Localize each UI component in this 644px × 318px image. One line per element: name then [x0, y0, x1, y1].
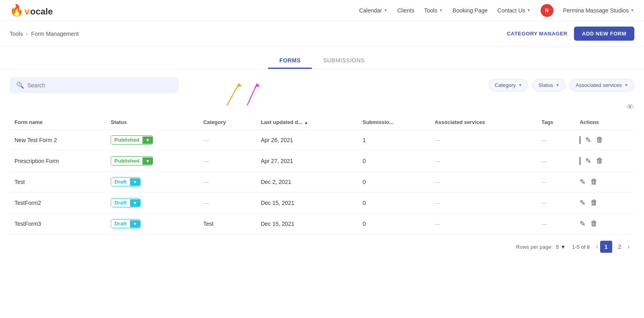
- visibility-row: 👁︎: [10, 99, 634, 115]
- page-1-button[interactable]: 1: [600, 241, 612, 253]
- table-row: TestForm3 Draft ▼ Test Dec 15, 2021 0 — …: [10, 213, 634, 234]
- edit-icon[interactable]: ✎: [580, 219, 586, 228]
- nav-user-name: Permina Massage Studios: [563, 7, 629, 14]
- forms-table: Form name Status Category Last updated d…: [10, 115, 634, 234]
- annotation-arrows: [203, 77, 283, 109]
- edit-icon[interactable]: ✎: [580, 178, 586, 186]
- filter-category[interactable]: Category ▼: [489, 79, 528, 91]
- user-avatar: N: [541, 4, 553, 17]
- edit-icon[interactable]: ✎: [585, 136, 591, 145]
- page-2-button[interactable]: 2: [614, 241, 626, 253]
- nav-booking[interactable]: Booking Page: [452, 7, 487, 14]
- cell-category: —: [198, 192, 256, 213]
- nav-contact-label: Contact Us: [497, 7, 525, 14]
- nav-clients-label: Clients: [397, 7, 415, 14]
- cell-status: Published ▼: [106, 151, 198, 171]
- sort-icon: ▲: [304, 120, 308, 125]
- filter-services-arrow: ▼: [624, 83, 628, 87]
- rows-per-page-select[interactable]: 5 ▼: [556, 244, 566, 250]
- rows-per-page-arrow: ▼: [560, 244, 566, 250]
- search-box: 🔍: [10, 77, 179, 93]
- cell-last-updated: Dec 15, 2021: [256, 213, 358, 234]
- cell-actions: ✎ 🗑: [575, 171, 634, 192]
- page-range: 1-5 of 8: [572, 244, 590, 250]
- nav-tools[interactable]: Tools ▼: [424, 7, 443, 14]
- nav-calendar[interactable]: Calendar ▼: [359, 7, 388, 14]
- status-published-dropdown[interactable]: ▼: [142, 136, 153, 144]
- action-divider: [580, 157, 580, 165]
- cell-associated-services: —: [430, 151, 537, 171]
- prev-page-button[interactable]: ‹: [596, 243, 598, 250]
- cell-actions: ✎ 🗑: [575, 192, 634, 213]
- cell-form-name: TestForm2: [10, 192, 106, 213]
- edit-icon[interactable]: ✎: [580, 198, 586, 207]
- table-header: Form name Status Category Last updated d…: [10, 115, 634, 130]
- breadcrumb-parent[interactable]: Tools: [10, 31, 23, 37]
- cell-form-name: TestForm3: [10, 213, 106, 234]
- cell-category: Test: [198, 213, 256, 234]
- cell-tags: —: [537, 171, 575, 192]
- action-divider: [580, 136, 580, 144]
- delete-icon[interactable]: 🗑: [590, 178, 598, 186]
- col-last-updated[interactable]: Last updated d... ▲: [256, 115, 358, 130]
- nav-user-arrow: ▼: [630, 8, 634, 12]
- status-badge-published: Published ▼: [111, 135, 153, 145]
- cell-submissions: 0: [358, 171, 430, 192]
- cell-last-updated: Dec 2, 2021: [256, 171, 358, 192]
- cell-tags: —: [537, 192, 575, 213]
- status-badge-draft: Draft ▼: [111, 198, 140, 207]
- breadcrumb: Tools › Form Management: [10, 31, 79, 37]
- nav-calendar-label: Calendar: [359, 7, 382, 14]
- logo-svg: v ocale: [25, 4, 61, 17]
- pagination-row: Rows per page: 5 ▼ 1-5 of 8 ‹ 1 2 ›: [10, 234, 634, 259]
- filter-status[interactable]: Status ▼: [532, 79, 566, 91]
- cell-submissions: 0: [358, 213, 430, 234]
- search-icon: 🔍: [16, 81, 24, 89]
- cell-submissions: 0: [358, 151, 430, 171]
- col-associated-services: Associated services: [430, 115, 537, 130]
- status-draft-dropdown[interactable]: ▼: [130, 178, 140, 186]
- status-draft-dropdown[interactable]: ▼: [130, 199, 140, 206]
- tab-submissions[interactable]: SUBMISSIONS: [312, 53, 376, 69]
- delete-icon[interactable]: 🗑: [596, 136, 603, 144]
- cell-last-updated: Apr 27, 2021: [256, 151, 358, 171]
- cell-actions: ✎ 🗑: [575, 151, 634, 171]
- next-page-button[interactable]: ›: [627, 243, 630, 250]
- nav-contact[interactable]: Contact Us ▼: [497, 7, 531, 14]
- delete-icon[interactable]: 🗑: [596, 157, 603, 165]
- add-new-form-button[interactable]: ADD NEW FORM: [574, 27, 634, 41]
- content-area: 🔍 Category ▼ Status ▼: [0, 69, 644, 267]
- edit-icon[interactable]: ✎: [585, 157, 591, 165]
- table-wrapper: 👁︎ Form name Status Category Las: [10, 99, 634, 259]
- cell-associated-services: —: [430, 130, 537, 151]
- rows-per-page: Rows per page: 5 ▼: [516, 244, 566, 250]
- tab-forms[interactable]: FORMS: [268, 53, 312, 69]
- nav-user[interactable]: Permina Massage Studios ▼: [563, 7, 634, 14]
- cell-status: Draft ▼: [106, 192, 198, 213]
- breadcrumb-current: Form Management: [31, 31, 78, 37]
- col-category: Category: [198, 115, 256, 130]
- status-badge-draft: Draft ▼: [111, 177, 140, 186]
- status-draft-dropdown[interactable]: ▼: [130, 220, 140, 227]
- status-published-label: Published: [111, 157, 142, 165]
- filter-associated-services[interactable]: Associated services ▼: [570, 79, 634, 91]
- table-row: Prescription Form Published ▼ — Apr 27, …: [10, 151, 634, 171]
- delete-icon[interactable]: 🗑: [590, 198, 598, 207]
- col-actions: Actions: [575, 115, 634, 130]
- status-published-dropdown[interactable]: ▼: [142, 157, 153, 165]
- cell-tags: —: [537, 130, 575, 151]
- visibility-toggle-icon[interactable]: 👁︎: [626, 103, 634, 112]
- category-manager-button[interactable]: CATEGORY MANAGER: [507, 31, 568, 37]
- breadcrumb-bar: Tools › Form Management CATEGORY MANAGER…: [0, 21, 644, 47]
- cell-associated-services: —: [430, 213, 537, 234]
- search-input[interactable]: [27, 82, 172, 89]
- table-row: New Test Form 2 Published ▼ — Apr 26, 20…: [10, 130, 634, 151]
- page-nav: ‹ 1 2 ›: [596, 241, 630, 253]
- cell-form-name: Prescription Form: [10, 151, 106, 171]
- nav-clients[interactable]: Clients: [397, 7, 415, 14]
- col-form-name: Form name: [10, 115, 106, 130]
- nav-tools-label: Tools: [424, 7, 438, 14]
- cell-status: Published ▼: [106, 130, 198, 151]
- cell-last-updated: Apr 26, 2021: [256, 130, 358, 151]
- delete-icon[interactable]: 🗑: [590, 219, 598, 228]
